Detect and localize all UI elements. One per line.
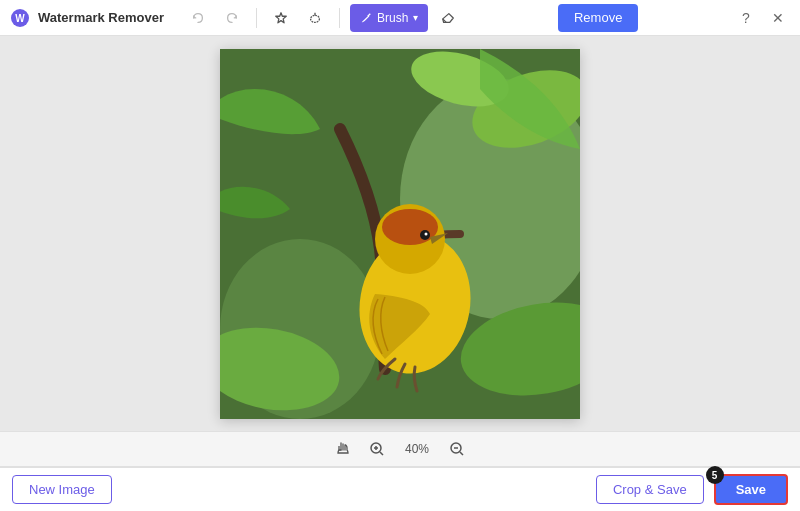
- new-image-button[interactable]: New Image: [12, 475, 112, 504]
- svg-line-21: [380, 452, 383, 455]
- hand-tool-button[interactable]: [331, 437, 355, 461]
- star-icon: [274, 11, 288, 25]
- zoom-out-button[interactable]: [445, 437, 469, 461]
- separator-1: [256, 8, 257, 28]
- zoom-bar: 40%: [0, 431, 800, 467]
- app-logo-icon: W: [10, 8, 30, 28]
- separator-2: [339, 8, 340, 28]
- close-button[interactable]: ✕: [766, 6, 790, 30]
- canvas-area[interactable]: [0, 36, 800, 431]
- save-button-wrapper: 5 Save: [714, 474, 788, 505]
- zoom-in-icon: [369, 441, 385, 457]
- brush-tool-button[interactable]: Brush ▾: [350, 4, 428, 32]
- eraser-tool-button[interactable]: [434, 4, 462, 32]
- help-button[interactable]: ?: [734, 6, 758, 30]
- zoom-out-icon: [449, 441, 465, 457]
- zoom-in-button[interactable]: [365, 437, 389, 461]
- footer: New Image Crop & Save 5 Save: [0, 467, 800, 511]
- svg-point-3: [311, 15, 320, 22]
- svg-line-24: [460, 452, 463, 455]
- app-title: Watermark Remover: [38, 10, 164, 25]
- remove-button[interactable]: Remove: [558, 4, 638, 32]
- footer-right: Crop & Save 5 Save: [596, 474, 788, 505]
- star-tool-button[interactable]: [267, 4, 295, 32]
- save-button[interactable]: Save: [714, 474, 788, 505]
- undo-button[interactable]: [184, 4, 212, 32]
- help-icon: ?: [742, 10, 750, 26]
- undo-icon: [191, 11, 205, 25]
- lasso-tool-button[interactable]: [301, 4, 329, 32]
- title-bar: W Watermark Remover: [0, 0, 800, 36]
- toolbar: Brush ▾: [184, 4, 462, 32]
- brush-chevron-icon: ▾: [413, 12, 418, 23]
- hand-icon: [335, 441, 351, 457]
- redo-button[interactable]: [218, 4, 246, 32]
- svg-line-4: [368, 13, 371, 16]
- title-right: ? ✕: [734, 6, 790, 30]
- crop-save-button[interactable]: Crop & Save: [596, 475, 704, 504]
- redo-icon: [225, 11, 239, 25]
- close-icon: ✕: [772, 10, 784, 26]
- brush-icon: [360, 12, 372, 24]
- eraser-icon: [441, 11, 455, 25]
- svg-marker-2: [276, 12, 287, 22]
- lasso-icon: [308, 11, 322, 25]
- title-left: W Watermark Remover: [10, 4, 462, 32]
- save-badge: 5: [706, 466, 724, 484]
- svg-text:W: W: [15, 13, 25, 24]
- svg-point-15: [382, 209, 438, 245]
- brush-label: Brush: [377, 11, 408, 25]
- zoom-percent: 40%: [399, 442, 435, 456]
- svg-point-17: [425, 232, 428, 235]
- main-image: [220, 49, 580, 419]
- image-container: [220, 49, 580, 419]
